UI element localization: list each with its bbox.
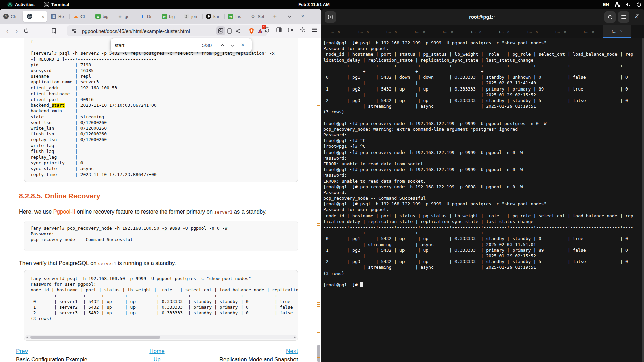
horizontal-scrollbar[interactable] — [25, 335, 297, 339]
terminal-tab[interactable]: r... × — [519, 25, 547, 38]
terminal-line: Password: — [323, 155, 644, 161]
terminal-tab[interactable]: r... × — [350, 25, 378, 38]
find-previous-button[interactable] — [217, 41, 227, 50]
find-in-page-icon[interactable] — [216, 26, 225, 35]
bookmarks-button[interactable] — [49, 26, 58, 36]
browser-tab-re[interactable]: ▦ Re — [48, 9, 70, 24]
terminal-output[interactable]: [root@pg1 ~]# psql -h 192.168.122.199 -p… — [321, 38, 644, 362]
scroll-left-arrow-icon[interactable] — [26, 336, 28, 339]
browser-tab-active-pgpool[interactable]: × — [23, 11, 47, 22]
terminal-line: node_id | hostname | port | status | pg_… — [323, 213, 644, 219]
paragraph-online-recovery: Here, we use Pgpool-II online recovery f… — [19, 207, 298, 216]
footer-divider — [16, 344, 298, 344]
back-button[interactable]: ‹ — [3, 26, 12, 36]
tabbar-close-button[interactable]: × — [301, 13, 304, 20]
activities-button[interactable]: Activities — [4, 0, 38, 9]
brave-shield-icon[interactable] — [247, 26, 256, 35]
terminal-tab[interactable]: r... × — [434, 25, 462, 38]
terminal-line: ---------+----------+------+--------+---… — [323, 224, 644, 230]
find-divider — [215, 41, 215, 50]
terminal-line — [323, 115, 644, 120]
tab-close-icon[interactable]: × — [41, 14, 44, 19]
terminal-tab-close-icon[interactable]: × — [535, 29, 538, 34]
sidebar-toggle-icon[interactable] — [275, 25, 283, 34]
terminal-tab[interactable]: r... × — [462, 25, 490, 38]
terminal-tab-close-icon[interactable]: × — [394, 29, 397, 34]
find-next-button[interactable] — [227, 41, 237, 50]
tab-overflow-chevron-icon[interactable] — [287, 15, 292, 18]
browser-tab-settings[interactable]: ⚙ Set — [247, 9, 269, 24]
terminal-tab[interactable]: r... × — [603, 25, 631, 38]
power-icon[interactable] — [636, 2, 641, 7]
terminal-tab-label: r... — [584, 29, 588, 34]
terminal-tab-close-icon[interactable]: × — [479, 29, 482, 34]
find-tick — [317, 304, 320, 305]
input-language-indicator[interactable]: EN — [603, 2, 609, 7]
find-input[interactable]: start — [115, 42, 202, 48]
page-favicon — [27, 14, 32, 19]
terminal-tab-close-icon[interactable]: × — [366, 29, 369, 34]
terminal-tab-close-icon[interactable]: × — [451, 29, 453, 34]
terminal-line: lication_delay | replication_state | rep… — [323, 219, 644, 224]
terminal-tab-close-icon[interactable]: × — [423, 29, 425, 34]
terminal-tab-overflow-chevron-icon[interactable] — [633, 9, 641, 22]
menu-icon[interactable] — [310, 25, 319, 34]
next-page-title: Replication Mode and Snapshot — [204, 356, 298, 362]
new-tab-button[interactable]: + — [271, 13, 279, 20]
terminal-tab[interactable]: r... × — [406, 25, 434, 38]
browser-tab-ge[interactable]: ◈ ge — [114, 9, 136, 24]
terminal-tab[interactable]: r... × — [490, 25, 519, 38]
next-link[interactable]: Next — [286, 348, 298, 354]
browser-tab-big-1[interactable]: w big — [92, 9, 114, 24]
vertical-scrollbar-thumb[interactable] — [317, 345, 320, 362]
prev-link[interactable]: Prev — [16, 348, 28, 354]
forward-button[interactable]: › — [12, 26, 21, 36]
terminal-tab[interactable]: r... × — [575, 25, 603, 38]
url-bar[interactable]: pgpool.net/docs/45/en/html/example-clust… — [67, 25, 267, 36]
site-settings-icon[interactable] — [70, 26, 78, 35]
terminal-tab-close-icon[interactable]: × — [564, 29, 566, 34]
pgpool-link[interactable]: Pgpool-II — [53, 208, 75, 215]
terminal-menu-button[interactable] — [618, 11, 629, 23]
browser-tab-ins[interactable]: w Ins — [225, 9, 247, 24]
terminal-search-button[interactable] — [604, 11, 616, 23]
terminal-line: [root@pg1 ~]# ^C — [323, 138, 644, 143]
terminal-tab-close-icon[interactable]: × — [507, 29, 510, 34]
terminal-tab-close-icon[interactable]: × — [592, 29, 594, 34]
leo-ai-icon[interactable] — [298, 25, 307, 34]
terminal-tab[interactable]: ... × — [321, 25, 350, 38]
terminal-line: ---------------+-------------------+----… — [323, 69, 644, 74]
volume-muted-icon[interactable] — [625, 2, 631, 7]
terminal-scrollbar[interactable] — [642, 38, 644, 362]
reader-mode-icon[interactable] — [225, 26, 234, 35]
browser-tab-di[interactable]: T Di — [136, 9, 158, 24]
focused-app-menu[interactable]: Terminal — [41, 0, 72, 9]
terminal-line: (3 rows) — [323, 109, 644, 115]
terminal-tab-close-icon[interactable]: × — [620, 28, 623, 34]
terminal-line: | streaming | async | 2025-01-29 02:19:5… — [323, 103, 644, 109]
browser-tab-chatgpt[interactable]: ✳ Ch — [0, 9, 22, 24]
clock[interactable]: Feb 3 11:51 AM — [290, 2, 337, 7]
terminal-title[interactable]: root@pg1:~ — [321, 9, 644, 25]
url-text[interactable]: pgpool.net/docs/45/en/html/example-clust… — [82, 28, 216, 34]
share-icon[interactable] — [234, 26, 243, 35]
terminal-line: ---------------+-------------------+----… — [323, 230, 644, 236]
horizontal-scrollbar-thumb[interactable] — [30, 336, 160, 339]
up-link[interactable]: Up — [153, 356, 160, 362]
terminal-tab-close-icon[interactable]: × — [337, 29, 340, 34]
browser-content: f [server2]# psql -h server2 -p 5432 -U … — [0, 38, 321, 362]
find-close-button[interactable]: × — [237, 41, 248, 50]
extensions-icon[interactable] — [263, 25, 272, 34]
terminal-tab[interactable]: r... × — [378, 25, 406, 38]
browser-tab-jen[interactable]: jen — [180, 9, 203, 24]
scroll-right-arrow-icon[interactable] — [294, 336, 296, 339]
reload-button[interactable] — [21, 26, 31, 36]
terminal-tab[interactable]: r... × — [547, 25, 575, 38]
home-link[interactable]: Home — [149, 348, 164, 354]
browser-tab-kar[interactable]: kar — [203, 9, 225, 24]
terminal-line: ---------+----------+------+--------+---… — [323, 63, 644, 69]
browser-tab-cloudflare[interactable]: ☁ Cl — [70, 9, 92, 24]
wired-network-icon[interactable] — [614, 2, 620, 7]
browser-tab-big-2[interactable]: w big — [158, 9, 180, 24]
wallet-icon[interactable] — [286, 25, 295, 34]
